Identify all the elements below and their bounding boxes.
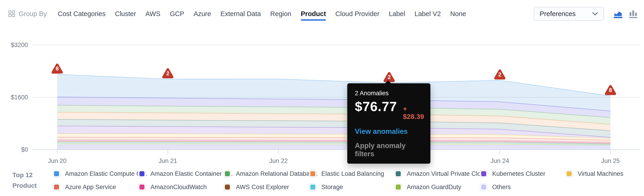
legend-color-chip (309, 170, 317, 178)
legend-item-label: Amazon Elastic Container S... (150, 170, 233, 178)
tooltip-delta: + $28.39 (403, 105, 424, 121)
legend-item[interactable]: Amazon Relational Databas... (224, 170, 309, 178)
legend-item[interactable]: AWS Cost Explorer (224, 183, 309, 191)
legend-color-chip (480, 183, 488, 191)
legend-color-chip (394, 170, 402, 178)
legend-color-chip (52, 170, 60, 178)
legend-color-chip (565, 170, 573, 178)
anomaly-marker[interactable]: 2 (385, 73, 394, 81)
legend-item-label: Others (492, 184, 511, 191)
y-axis-label: $1600 (11, 94, 28, 101)
legend-item[interactable]: Others (480, 183, 565, 191)
legend-item-label: Virtual Machines (578, 170, 623, 178)
anomaly-tooltip: 2 Anomalies $76.77 + $28.39 View anomali… (347, 83, 430, 164)
tooltip-amount-row: $76.77 + $28.39 (355, 99, 423, 121)
legend-color-chip (224, 170, 231, 178)
legend-title-line1: Top 12 (12, 170, 37, 180)
legend-item[interactable]: Amazon Virtual Private Cloud (394, 170, 480, 178)
y-axis-label: $0 (21, 146, 28, 153)
legend-item[interactable]: Storage (309, 183, 394, 191)
legend-item[interactable]: Elastic Load Balancing (309, 170, 394, 178)
legend-item-label: Amazon Virtual Private Cloud (407, 170, 488, 178)
svg-text:2: 2 (498, 71, 501, 78)
legend-item-label: Elastic Load Balancing (321, 170, 384, 178)
legend-color-chip (138, 183, 146, 191)
legend-title-line2: Product (12, 180, 37, 191)
svg-text:8: 8 (609, 87, 612, 93)
legend-item-label: Storage (321, 184, 343, 191)
x-axis-label: Jun 21 (158, 158, 177, 164)
legend-item-label: AWS Cost Explorer (236, 184, 289, 191)
x-axis-label: Jun 20 (48, 158, 66, 164)
anomaly-marker[interactable]: 8 (53, 65, 62, 72)
legend-item-label: Amazon Elastic Compute Cl... (65, 170, 148, 178)
legend-color-chip (224, 183, 231, 191)
apply-anomaly-filters-link[interactable]: Apply anomaly filters (355, 142, 423, 158)
anomaly-marker[interactable]: 2 (164, 70, 172, 77)
svg-text:2: 2 (166, 70, 169, 76)
legend-title: Top 12 Product (12, 170, 37, 191)
legend-item[interactable]: AmazonCloudWatch (138, 183, 224, 191)
legend-item-label: AmazonCloudWatch (150, 184, 207, 191)
legend-color-chip (138, 170, 146, 178)
x-axis-label: Jun 25 (601, 158, 620, 164)
anomaly-marker[interactable]: 2 (496, 71, 504, 78)
legend-color-chip (309, 183, 317, 191)
svg-text:2: 2 (388, 74, 391, 80)
legend-item-label: Kubernetes Cluster (492, 170, 545, 178)
y-axis-label: $3200 (11, 41, 28, 48)
anomaly-marker[interactable]: 8 (606, 86, 615, 94)
legend-item[interactable]: Amazon Elastic Container S... (138, 170, 224, 178)
legend-item[interactable]: Azure App Service (52, 183, 138, 191)
legend-color-chip (394, 183, 402, 191)
x-axis-label: Jun 22 (269, 158, 288, 164)
legend-item-label: Amazon GuardDuty (407, 184, 461, 191)
legend-color-chip (52, 183, 60, 191)
area-band (57, 145, 610, 150)
legend-color-chip (480, 170, 488, 178)
tooltip-amount: $76.77 (355, 99, 397, 114)
legend-item[interactable]: Amazon GuardDuty (394, 183, 480, 191)
svg-text:8: 8 (56, 65, 58, 72)
chart-legend: Amazon Elastic Compute Cl...Amazon Elast… (52, 170, 644, 191)
legend-item-label: Amazon Relational Databas... (236, 170, 318, 178)
legend-item[interactable]: Amazon Elastic Compute Cl... (52, 170, 138, 178)
stacked-area-chart: $0$1600$3200Jun 20Jun 21Jun 22Jun 23Jun … (0, 0, 644, 168)
view-anomalies-link[interactable]: View anomalies (355, 127, 423, 136)
x-axis-label: Jun 24 (490, 158, 509, 164)
cost-dashboard: Group By Cost CategoriesClusterAWSGCPAzu… (0, 0, 644, 196)
legend-item-label: Azure App Service (65, 184, 116, 191)
tooltip-anomaly-count: 2 Anomalies (355, 90, 423, 97)
legend-item[interactable]: Virtual Machines (565, 170, 644, 178)
legend-item[interactable]: Kubernetes Cluster (480, 170, 565, 178)
